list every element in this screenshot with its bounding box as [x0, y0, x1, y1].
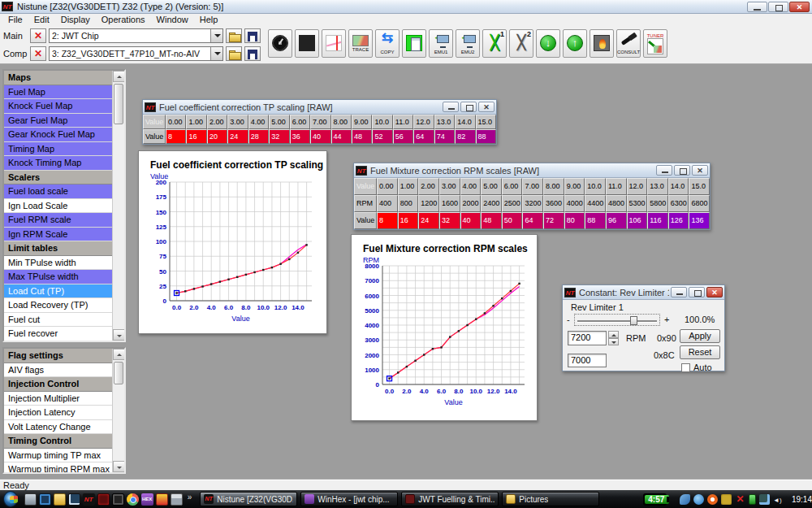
column-header-cell[interactable]: 13.0 — [434, 115, 455, 129]
column-header-cell[interactable]: 4.00 — [248, 115, 269, 129]
rpm-cell[interactable]: 6300 — [668, 195, 689, 212]
menu-display[interactable]: Display — [56, 15, 95, 24]
slider-thumb[interactable] — [630, 316, 637, 325]
open-main-file-button[interactable] — [226, 28, 242, 43]
value-cell[interactable]: 40 — [310, 129, 330, 144]
value-cell[interactable]: 74 — [434, 129, 455, 144]
value-cell[interactable]: 72 — [543, 212, 564, 229]
rpm-cell[interactable]: 4000 — [564, 195, 585, 212]
value-cell[interactable]: 48 — [481, 212, 502, 229]
overflow-chevron-icon[interactable]: » — [188, 493, 192, 501]
led-tool-icon[interactable] — [97, 493, 110, 506]
toolbar-button-tuner[interactable]: TUNER — [643, 29, 667, 58]
rpm-input[interactable]: 7200 — [568, 331, 607, 345]
comp-file-combobox[interactable]: 3: Z32_VG30DETT_47P10_MT-no-AIV — [49, 46, 223, 61]
save-main-file-button[interactable] — [244, 28, 261, 43]
toolbar-button-gauges[interactable] — [295, 29, 319, 58]
column-header-cell[interactable]: 2.00 — [207, 115, 227, 129]
toolbar-button-copy[interactable]: COPY — [375, 29, 400, 58]
toolbar-button-log-view[interactable] — [402, 29, 426, 58]
toolbar-button-emu2[interactable]: EMU2 — [456, 29, 480, 58]
column-header-cell[interactable]: 0.00 — [377, 178, 398, 195]
menu-window[interactable]: Window — [152, 15, 193, 24]
value-cell[interactable]: 116 — [647, 212, 668, 229]
column-header-cell[interactable]: 10.0 — [585, 178, 606, 195]
task-button[interactable]: JWT Fuelling & Timi... — [401, 492, 499, 506]
sidebar-item[interactable]: Ign Load Scale — [4, 199, 112, 214]
minimize-button[interactable] — [443, 102, 459, 112]
value-cell[interactable]: 56 — [393, 129, 413, 144]
slider-minus-label[interactable]: - — [567, 315, 570, 324]
rpm-cell[interactable]: 1200 — [418, 195, 439, 212]
sidebar-item[interactable]: Knock Timing Map — [4, 156, 112, 171]
value-cell[interactable]: 44 — [331, 129, 352, 144]
toolbar-button-address-swap-1[interactable]: 1 — [482, 29, 507, 58]
display-settings-icon[interactable] — [39, 493, 51, 506]
task-button[interactable]: Pictures — [502, 492, 599, 506]
column-header-cell[interactable]: 14.0 — [668, 178, 689, 195]
value-cell[interactable]: 96 — [606, 212, 627, 229]
column-header-cell[interactable]: 9.00 — [564, 178, 585, 195]
sidebar-item[interactable]: Min TPulse width — [4, 256, 112, 271]
column-header-cell[interactable]: 9.00 — [352, 115, 372, 129]
value-cell[interactable]: 82 — [455, 129, 475, 144]
column-header-cell[interactable]: 1.00 — [186, 115, 206, 129]
sidebar-item[interactable]: Gear Fuel Map — [4, 114, 112, 128]
close-button[interactable] — [692, 165, 708, 176]
column-header-cell[interactable]: 14.0 — [455, 115, 475, 129]
rpm-cell[interactable]: 2400 — [481, 195, 502, 212]
sidebar-item[interactable]: Volt Latency Change — [4, 420, 112, 435]
value-cell[interactable]: 16 — [186, 129, 206, 144]
value-cell[interactable]: 32 — [439, 212, 460, 229]
explorer-icon[interactable] — [68, 493, 80, 506]
menu-help[interactable]: Help — [195, 15, 223, 24]
sidebar-item[interactable]: Injection Multiplier — [4, 392, 112, 406]
sidebar-item[interactable]: Fuel RPM scale — [4, 213, 112, 228]
toolbar-button-address-swap-2[interactable]: 2 — [509, 29, 533, 58]
sidebar-item[interactable]: Load Recovery (TP) — [4, 298, 112, 313]
column-header-cell[interactable]: 8.00 — [331, 115, 352, 129]
toolbar-button-trace-graph[interactable] — [322, 29, 346, 58]
menu-operations[interactable]: Operations — [97, 15, 150, 24]
sidebar-item[interactable]: Timing Map — [4, 142, 112, 157]
eprom-chip-icon[interactable] — [112, 493, 124, 506]
rpm-cell[interactable]: 5800 — [647, 195, 668, 212]
task-button[interactable]: NTNistune [Z32(VG30D... — [200, 492, 297, 506]
column-header-cell[interactable]: 8.00 — [543, 178, 564, 195]
value-cell[interactable]: 8 — [377, 212, 398, 229]
sidebar-item[interactable]: Gear Knock Fuel Map — [4, 128, 112, 142]
toolbar-button-dashboard[interactable] — [268, 29, 292, 58]
task-button[interactable]: WinHex - [jwt chip... — [300, 492, 398, 506]
main-file-combobox[interactable]: 2: JWT Chip — [49, 28, 223, 43]
rpm-cell[interactable]: 400 — [377, 195, 398, 212]
auto-checkbox[interactable]: Auto — [681, 363, 712, 372]
rpm-cell[interactable]: 5300 — [627, 195, 648, 212]
apply-button[interactable]: Apply — [680, 329, 720, 343]
value-cell[interactable]: 136 — [689, 212, 710, 229]
column-header-cell[interactable]: 11.0 — [606, 178, 627, 195]
value-cell[interactable]: 52 — [372, 129, 392, 144]
restore-button[interactable] — [674, 165, 690, 176]
sidebar-item[interactable]: Ign RPM Scale — [4, 228, 112, 242]
value-cell[interactable]: 24 — [418, 212, 439, 229]
folder-icon[interactable] — [54, 493, 66, 506]
rpm-cell[interactable]: 800 — [398, 195, 419, 212]
column-header-cell[interactable]: 15.0 — [689, 178, 710, 195]
window-titlebar[interactable]: NT Fuel coefficient correction TP scalin… — [143, 100, 496, 115]
sidebar-item[interactable]: Fuel Map — [4, 85, 112, 100]
go-app-icon[interactable] — [156, 493, 168, 506]
value-cell[interactable]: 48 — [352, 129, 372, 144]
value-cell[interactable]: 40 — [460, 212, 482, 229]
antivirus-tray-icon[interactable] — [707, 494, 718, 505]
reset-button[interactable]: Reset — [680, 345, 720, 359]
scroll-down-icon[interactable] — [113, 461, 125, 472]
scroll-thumb[interactable] — [114, 362, 123, 384]
restore-button[interactable] — [689, 287, 705, 297]
value-cell[interactable]: 20 — [207, 129, 227, 144]
minimize-button[interactable] — [656, 165, 672, 176]
column-header-cell[interactable]: 15.0 — [476, 115, 496, 129]
value-cell[interactable]: 88 — [476, 129, 496, 144]
value-cell[interactable]: 24 — [227, 129, 248, 144]
offline-tray-icon[interactable] — [735, 494, 745, 505]
sidebar-item[interactable]: Fuel recover — [4, 327, 112, 341]
